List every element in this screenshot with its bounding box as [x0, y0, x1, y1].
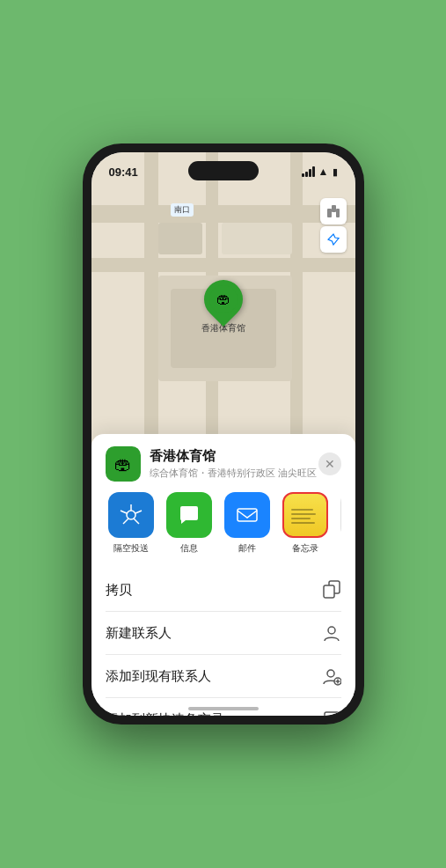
- battery-icon: ▮: [333, 166, 338, 178]
- map-type-button[interactable]: [320, 198, 347, 224]
- svg-rect-6: [324, 585, 334, 598]
- add-note-icon: [322, 710, 341, 716]
- share-item-mail[interactable]: 邮件: [222, 492, 273, 555]
- action-new-contact[interactable]: 新建联系人: [106, 612, 341, 655]
- new-contact-icon: [322, 623, 341, 643]
- venue-subtitle: 综合体育馆・香港特别行政区 油尖旺区: [150, 467, 318, 480]
- action-add-existing[interactable]: 添加到现有联系人: [106, 655, 341, 698]
- location-button[interactable]: [320, 226, 347, 253]
- svg-rect-4: [238, 509, 257, 521]
- home-indicator: [188, 707, 259, 710]
- close-button[interactable]: ✕: [318, 452, 341, 475]
- svg-rect-2: [336, 209, 340, 217]
- map-road: [290, 152, 303, 478]
- svg-rect-1: [332, 205, 336, 212]
- more-icon: [340, 492, 341, 538]
- map-pin-inner: 🏟: [209, 285, 238, 313]
- status-icons: ▲ ▮: [302, 166, 338, 178]
- messages-icon: [166, 492, 212, 538]
- mail-label: 邮件: [238, 542, 256, 555]
- airdrop-label: 隔空投送: [113, 542, 149, 555]
- share-item-airdrop[interactable]: 隔空投送: [106, 492, 157, 555]
- map-controls: [320, 198, 347, 253]
- mail-icon: [224, 492, 270, 538]
- map-road: [144, 152, 158, 478]
- map-road: [91, 258, 355, 272]
- action-list: 拷贝 新建联系人 添加到现有联系人: [106, 569, 341, 716]
- dynamic-island: [188, 161, 259, 180]
- share-item-notes[interactable]: 备忘录: [280, 492, 331, 555]
- map-area[interactable]: 南口: [91, 152, 355, 478]
- map-road: [91, 205, 355, 223]
- map-block: [222, 223, 292, 254]
- sheet-header: 🏟 香港体育馆 综合体育馆・香港特别行政区 油尖旺区 ✕: [106, 446, 341, 482]
- svg-point-8: [327, 670, 334, 677]
- share-row: 隔空投送 信息: [106, 492, 341, 562]
- phone-screen: 09:41 ▲ ▮: [91, 152, 355, 716]
- action-add-existing-text: 添加到现有联系人: [106, 668, 211, 685]
- bottom-sheet: 🏟 香港体育馆 综合体育馆・香港特别行政区 油尖旺区 ✕: [91, 434, 355, 716]
- venue-title: 香港体育馆: [150, 448, 318, 465]
- notes-label: 备忘录: [292, 542, 318, 555]
- status-time: 09:41: [109, 166, 138, 179]
- svg-rect-0: [327, 209, 332, 217]
- share-item-more[interactable]: 提: [338, 492, 341, 555]
- share-item-messages[interactable]: 信息: [164, 492, 215, 555]
- map-entrance-label: 南口: [171, 203, 194, 217]
- notes-icon: [282, 492, 328, 538]
- map-pin: 🏟: [195, 272, 250, 327]
- svg-rect-12: [325, 712, 339, 716]
- svg-point-7: [328, 627, 335, 634]
- action-copy[interactable]: 拷贝: [106, 569, 341, 612]
- add-existing-icon: [322, 666, 341, 686]
- map-pin-container: 🏟 香港体育馆: [201, 280, 245, 335]
- venue-icon: 🏟: [106, 446, 141, 482]
- wifi-icon: ▲: [318, 166, 329, 178]
- messages-label: 信息: [180, 542, 198, 555]
- action-new-contact-text: 新建联系人: [106, 625, 172, 642]
- action-add-note-text: 添加到新快速备忘录: [106, 711, 224, 717]
- signal-icon: [302, 166, 315, 177]
- venue-info: 香港体育馆 综合体育馆・香港特别行政区 油尖旺区: [150, 448, 318, 480]
- airdrop-icon: [108, 492, 154, 538]
- phone-shell: 09:41 ▲ ▮: [83, 143, 364, 725]
- action-copy-text: 拷贝: [106, 582, 132, 599]
- copy-icon: [322, 580, 341, 600]
- map-pin-venue-icon: 🏟: [216, 291, 230, 307]
- map-block: [158, 223, 202, 254]
